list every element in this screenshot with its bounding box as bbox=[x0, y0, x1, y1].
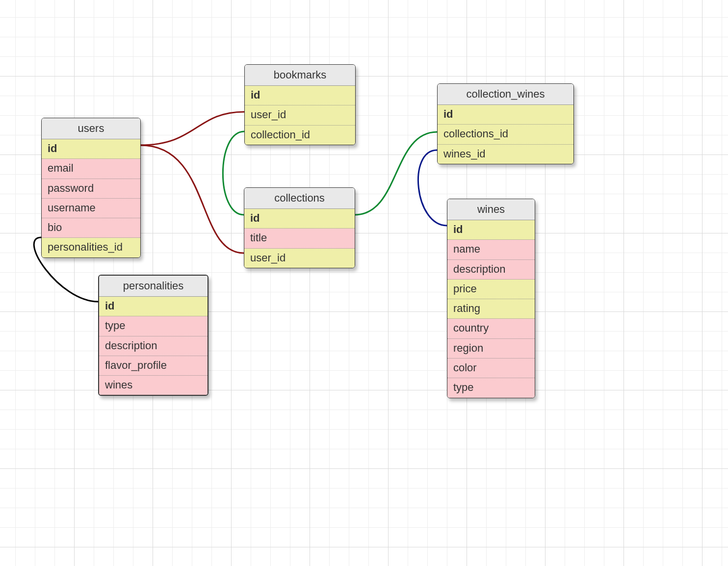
field-description: description bbox=[447, 260, 535, 280]
entity-title: bookmarks bbox=[245, 65, 355, 86]
field-collections_id: collections_id bbox=[438, 125, 573, 144]
field-title: title bbox=[244, 229, 355, 248]
entity-users[interactable]: users id email password username bio per… bbox=[41, 118, 141, 258]
field-password: password bbox=[42, 179, 140, 199]
connector-users-collections bbox=[140, 145, 244, 253]
field-wines_id: wines_id bbox=[438, 145, 573, 164]
field-region: region bbox=[447, 339, 535, 359]
entity-collections[interactable]: collections id title user_id bbox=[244, 187, 355, 268]
field-id: id bbox=[42, 139, 140, 159]
field-bio: bio bbox=[42, 218, 140, 238]
field-wines: wines bbox=[99, 376, 208, 395]
field-rating: rating bbox=[447, 299, 535, 319]
entity-title: wines bbox=[447, 199, 535, 220]
field-username: username bbox=[42, 199, 140, 218]
entity-title: collections bbox=[244, 188, 355, 209]
connector-bookmarks-collections bbox=[223, 131, 244, 215]
entity-personalities[interactable]: personalities id type description flavor… bbox=[98, 275, 208, 396]
field-type: type bbox=[447, 378, 535, 397]
field-user_id: user_id bbox=[245, 105, 355, 125]
entity-title: users bbox=[42, 118, 140, 139]
field-description: description bbox=[99, 336, 208, 356]
field-personalities_id: personalities_id bbox=[42, 238, 140, 257]
field-email: email bbox=[42, 159, 140, 179]
diagram-canvas[interactable]: users id email password username bio per… bbox=[0, 0, 728, 566]
field-type: type bbox=[99, 316, 208, 336]
entity-title: collection_wines bbox=[438, 84, 573, 105]
entity-wines[interactable]: wines id name description price rating c… bbox=[447, 199, 535, 398]
field-collection_id: collection_id bbox=[245, 126, 355, 145]
connector-collections-collection_wines bbox=[355, 132, 437, 215]
entity-collection-wines[interactable]: collection_wines id collections_id wines… bbox=[437, 83, 574, 164]
field-id: id bbox=[244, 209, 355, 229]
field-user_id: user_id bbox=[244, 249, 355, 268]
connector-users-bookmarks bbox=[140, 112, 244, 145]
field-id: id bbox=[99, 297, 208, 316]
entity-title: personalities bbox=[99, 276, 208, 297]
field-name: name bbox=[447, 240, 535, 259]
field-color: color bbox=[447, 359, 535, 378]
field-id: id bbox=[245, 86, 355, 105]
field-price: price bbox=[447, 280, 535, 299]
field-id: id bbox=[447, 220, 535, 240]
entity-bookmarks[interactable]: bookmarks id user_id collection_id bbox=[244, 64, 356, 145]
field-flavor_profile: flavor_profile bbox=[99, 356, 208, 376]
field-id: id bbox=[438, 105, 573, 125]
field-country: country bbox=[447, 319, 535, 338]
